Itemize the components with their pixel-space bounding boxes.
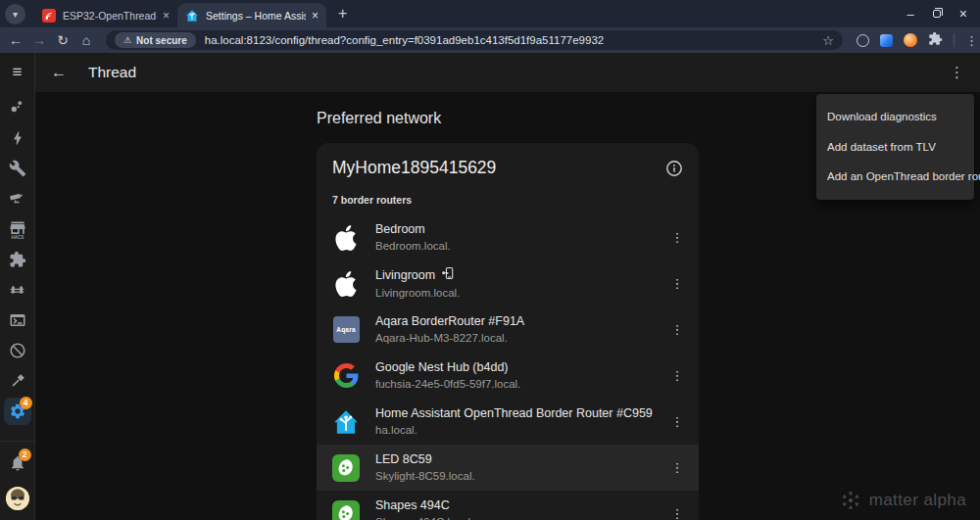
tab-search-button[interactable]: ▾	[5, 4, 25, 24]
border-routers-count: 7 border routers	[332, 194, 683, 206]
router-menu-button[interactable]: ⋮	[668, 276, 686, 291]
svg-text:HACS: HACS	[11, 234, 24, 238]
router-menu-button[interactable]: ⋮	[668, 460, 686, 475]
router-menu-button[interactable]: ⋮	[668, 368, 686, 383]
network-name: MyHome1895415629	[332, 158, 665, 178]
section-title: Preferred network	[317, 110, 441, 127]
router-host: Shapes-494C.local.	[375, 516, 473, 520]
watermark: matter alpha	[840, 490, 966, 511]
new-tab-button[interactable]: +	[338, 6, 347, 22]
back-icon[interactable]: ←	[4, 32, 27, 48]
sidebar-item-fence[interactable]	[0, 274, 35, 305]
sidebar-item-cameras[interactable]	[0, 183, 35, 213]
profile-avatar-icon[interactable]	[904, 33, 917, 47]
terminal-icon	[9, 311, 26, 329]
sidebar-item-media[interactable]	[0, 335, 35, 365]
overflow-menu-icon[interactable]: ⋮	[950, 64, 964, 81]
overflow-dropdown-menu: Download diagnostics Add dataset from TL…	[816, 94, 974, 200]
menu-item-download-diagnostics[interactable]: Download diagnostics	[816, 102, 974, 132]
sidebar-item-developer-tools[interactable]	[0, 365, 35, 396]
router-host: ha.local.	[375, 424, 417, 436]
browser-menu-icon[interactable]: ⋮	[965, 33, 978, 48]
router-host: Bedroom.local.	[375, 240, 451, 252]
border-router-row[interactable]: LED 8C59 Skylight-8C59.local. ⋮	[317, 445, 699, 491]
sidebar-item-integrations[interactable]	[0, 244, 35, 274]
sidebar-menu-button[interactable]: ≡	[0, 53, 34, 92]
router-text: Livingroom Livingroom.local.	[375, 266, 668, 301]
router-text: LED 8C59 Skylight-8C59.local.	[375, 452, 668, 484]
router-text: Bedroom Bedroom.local.	[375, 222, 668, 254]
border-router-row[interactable]: Aqara Aqara BorderRouter #F91A Aqara-Hub…	[317, 307, 699, 353]
page-title: Thread	[88, 64, 136, 81]
router-menu-button[interactable]: ⋮	[668, 230, 686, 245]
bubbles-icon	[8, 98, 26, 117]
router-brand-icon	[332, 362, 360, 390]
menu-item-add-dataset-tlv[interactable]: Add dataset from TLV	[816, 132, 974, 163]
router-name: LED 8C59	[375, 452, 432, 466]
router-menu-button[interactable]: ⋮	[668, 506, 686, 520]
user-avatar[interactable]	[6, 487, 29, 510]
router-name: Google Nest Hub (b4dd)	[375, 360, 509, 374]
security-camera-icon	[8, 189, 26, 208]
router-menu-button[interactable]: ⋮	[668, 322, 686, 337]
tab-title: ESP32-OpenThread-AIOT	[63, 10, 157, 22]
reload-icon[interactable]: ↻	[51, 32, 74, 48]
sidebar-item-hacs[interactable]: HACS	[0, 213, 35, 244]
router-text: Aqara BorderRouter #F91A Aqara-Hub-M3-82…	[375, 314, 668, 346]
router-host: Aqara-Hub-M3-8227.local.	[375, 332, 508, 344]
forward-icon[interactable]: →	[27, 32, 51, 48]
credentials-key-icon	[441, 266, 455, 283]
router-host: Livingroom.local.	[375, 287, 460, 299]
bookmark-star-icon[interactable]: ☆	[822, 33, 834, 48]
watermark-label: matter alpha	[869, 491, 966, 510]
avatar-face-icon	[6, 487, 29, 510]
close-icon[interactable]: ×	[312, 9, 318, 23]
router-name: Aqara BorderRouter #F91A	[375, 314, 524, 328]
border-router-row[interactable]: Shapes 494C Shapes-494C.local. ⋮	[317, 491, 699, 520]
router-brand-icon	[332, 270, 360, 298]
home-icon[interactable]: ⌂	[74, 32, 98, 48]
notifications-button[interactable]: 2	[0, 449, 35, 478]
border-router-row[interactable]: Bedroom Bedroom.local. ⋮	[317, 214, 699, 260]
extension-ring-icon[interactable]	[857, 34, 869, 47]
window-close-icon[interactable]: ×	[959, 6, 967, 22]
security-chip[interactable]: ⚠ Not secure	[115, 32, 196, 48]
border-router-row[interactable]: Home Assistant OpenThread Border Router …	[317, 399, 699, 445]
address-bar[interactable]: ⚠ Not secure ha.local:8123/config/thread…	[106, 30, 843, 50]
puzzle-icon	[9, 251, 26, 268]
router-menu-button[interactable]: ⋮	[668, 414, 686, 429]
preferred-network-card: MyHome1895415629 7 border routers Bedroo…	[317, 143, 699, 520]
disc-slash-icon	[9, 342, 26, 359]
router-host: Skylight-8C59.local.	[375, 470, 475, 482]
router-brand-icon	[332, 454, 360, 482]
sidebar-item-terminal[interactable]	[0, 305, 35, 335]
maximize-restore-icon[interactable]	[933, 10, 941, 18]
window-controls: – ×	[907, 6, 967, 22]
router-host: fuchsia-24e5-0fd5-59f7.local.	[375, 378, 520, 390]
minimize-icon[interactable]: –	[907, 7, 914, 22]
hacs-store-icon: HACS	[8, 219, 27, 239]
close-icon[interactable]: ×	[163, 9, 170, 23]
security-label: Not secure	[136, 35, 187, 46]
extensions-puzzle-icon[interactable]	[928, 31, 943, 50]
extension-blue-icon[interactable]	[880, 34, 893, 47]
back-arrow-icon[interactable]: ←	[51, 64, 74, 81]
sidebar-item-tools[interactable]	[0, 153, 35, 183]
border-router-row[interactable]: Livingroom Livingroom.local. ⋮	[317, 260, 699, 307]
sidebar-item-energy[interactable]	[0, 122, 35, 153]
router-name: Livingroom	[375, 268, 435, 282]
menu-item-add-otbr[interactable]: Add an OpenThread border router	[816, 162, 974, 192]
lightning-bolt-icon	[9, 129, 26, 147]
tab-esp32[interactable]: ESP32-OpenThread-AIOT ×	[34, 3, 177, 27]
sidebar-item-settings[interactable]: 4	[0, 396, 35, 426]
router-name: Home Assistant OpenThread Border Router …	[375, 406, 653, 420]
chevron-down-icon: ▾	[13, 9, 18, 20]
tab-home-assistant[interactable]: Settings – Home Assistant ×	[177, 3, 326, 27]
browser-toolbar: ← → ↻ ⌂ ⚠ Not secure ha.local:8123/confi…	[0, 27, 980, 53]
url-text[interactable]: ha.local:8123/config/thread?config_entry…	[205, 34, 815, 46]
router-name: Bedroom	[375, 222, 425, 236]
border-router-row[interactable]: Google Nest Hub (b4dd) fuchsia-24e5-0fd5…	[317, 353, 699, 399]
sidebar-item-overview[interactable]	[0, 92, 35, 122]
browser-window: ▾ ESP32-OpenThread-AIOT × Settings – Hom…	[0, 0, 980, 520]
info-icon[interactable]	[665, 160, 683, 181]
